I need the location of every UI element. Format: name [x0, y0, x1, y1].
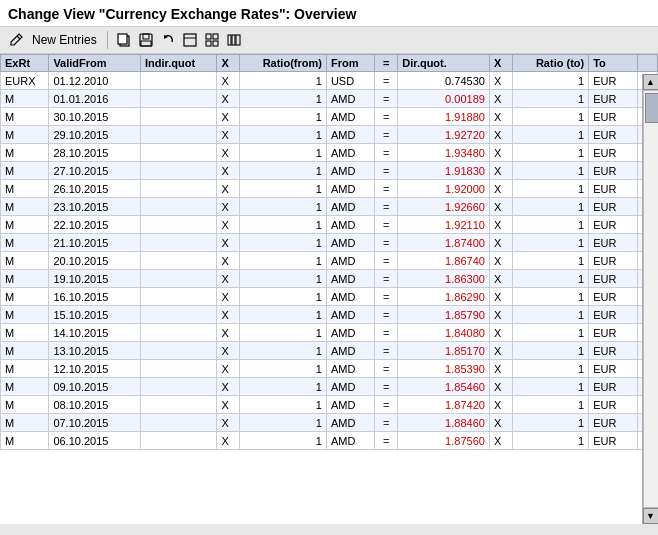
table-cell — [141, 234, 217, 252]
vertical-scrollbar[interactable]: ▲ ▼ — [642, 74, 658, 524]
table-row[interactable]: M29.10.2015X1AMD=1.92720X1EUR — [1, 126, 658, 144]
table-cell: 1 — [240, 324, 327, 342]
table-cell — [141, 306, 217, 324]
table-cell: 1 — [512, 144, 588, 162]
table-cell: AMD — [326, 360, 374, 378]
table-cell: 1.92110 — [398, 216, 490, 234]
table-cell: AMD — [326, 342, 374, 360]
table-cell: X — [217, 378, 240, 396]
table-row[interactable]: EURX01.12.2010X1USD=0.74530X1EUR — [1, 72, 658, 90]
scroll-thumb[interactable] — [645, 93, 659, 123]
pencil-edit-icon — [8, 32, 24, 48]
table-cell: AMD — [326, 270, 374, 288]
table-cell: X — [489, 90, 512, 108]
undo-icon[interactable] — [160, 32, 176, 48]
table-cell: X — [489, 414, 512, 432]
table-cell: 21.10.2015 — [49, 234, 141, 252]
table-cell: 1 — [512, 198, 588, 216]
table-row[interactable]: M22.10.2015X1AMD=1.92110X1EUR — [1, 216, 658, 234]
table-cell: 28.10.2015 — [49, 144, 141, 162]
table-row[interactable]: M01.01.2016X1AMD=0.00189X1EUR — [1, 90, 658, 108]
table-cell: EUR — [589, 90, 637, 108]
table-cell: 1 — [240, 288, 327, 306]
table-cell: AMD — [326, 414, 374, 432]
table-row[interactable]: M16.10.2015X1AMD=1.86290X1EUR — [1, 288, 658, 306]
table-cell: AMD — [326, 216, 374, 234]
table-cell: 1 — [240, 342, 327, 360]
table-row[interactable]: M23.10.2015X1AMD=1.92660X1EUR — [1, 198, 658, 216]
table-cell: 06.10.2015 — [49, 432, 141, 450]
table-row[interactable]: M06.10.2015X1AMD=1.87560X1EUR — [1, 432, 658, 450]
table-row[interactable]: M20.10.2015X1AMD=1.86740X1EUR — [1, 252, 658, 270]
col-header-exrt: ExRt — [1, 55, 49, 72]
scroll-down-button[interactable]: ▼ — [643, 508, 659, 524]
table-row[interactable]: M13.10.2015X1AMD=1.85170X1EUR — [1, 342, 658, 360]
table-cell — [141, 270, 217, 288]
table-row[interactable]: M26.10.2015X1AMD=1.92000X1EUR — [1, 180, 658, 198]
table-cell: EURX — [1, 72, 49, 90]
table-cell: M — [1, 306, 49, 324]
title-bar: Change View "Currency Exchange Rates": O… — [0, 0, 658, 27]
table-cell: X — [217, 126, 240, 144]
new-entries-button[interactable]: New Entries — [30, 32, 99, 48]
scroll-up-button[interactable]: ▲ — [643, 74, 659, 90]
table-cell: X — [217, 342, 240, 360]
table-cell: X — [489, 108, 512, 126]
col-header-x2: X — [489, 55, 512, 72]
table-cell — [141, 252, 217, 270]
scroll-track[interactable] — [643, 90, 659, 508]
table-cell: EUR — [589, 108, 637, 126]
table-row[interactable]: M07.10.2015X1AMD=1.88460X1EUR — [1, 414, 658, 432]
table-cell: M — [1, 108, 49, 126]
table-row[interactable]: M19.10.2015X1AMD=1.86300X1EUR — [1, 270, 658, 288]
table-row[interactable]: M14.10.2015X1AMD=1.84080X1EUR — [1, 324, 658, 342]
table-cell: 19.10.2015 — [49, 270, 141, 288]
table-cell: AMD — [326, 162, 374, 180]
table-cell: M — [1, 234, 49, 252]
table-cell: 1.92660 — [398, 198, 490, 216]
table-row[interactable]: M28.10.2015X1AMD=1.93480X1EUR — [1, 144, 658, 162]
svg-rect-11 — [206, 41, 211, 46]
col-header-scroll — [637, 55, 657, 72]
table-cell: 07.10.2015 — [49, 414, 141, 432]
table-cell: 1 — [512, 90, 588, 108]
copy-icon[interactable] — [116, 32, 132, 48]
grid-icon[interactable] — [204, 32, 220, 48]
table-cell: 1 — [512, 126, 588, 144]
table-cell: X — [217, 180, 240, 198]
table-row[interactable]: M30.10.2015X1AMD=1.91880X1EUR — [1, 108, 658, 126]
table-cell: 1 — [512, 360, 588, 378]
table-cell — [141, 198, 217, 216]
table-cell: = — [375, 432, 398, 450]
refresh-icon[interactable] — [182, 32, 198, 48]
table-cell: 23.10.2015 — [49, 198, 141, 216]
save-icon[interactable] — [138, 32, 154, 48]
table-row[interactable]: M09.10.2015X1AMD=1.85460X1EUR — [1, 378, 658, 396]
table-cell: X — [489, 126, 512, 144]
table-cell: EUR — [589, 414, 637, 432]
col-header-indirquot: Indir.quot — [141, 55, 217, 72]
table-cell: 15.10.2015 — [49, 306, 141, 324]
table-row[interactable]: M12.10.2015X1AMD=1.85390X1EUR — [1, 360, 658, 378]
table-cell: X — [489, 288, 512, 306]
table-cell: M — [1, 270, 49, 288]
table-cell: 1 — [512, 108, 588, 126]
table-cell: 1.87560 — [398, 432, 490, 450]
table-cell: 1 — [240, 234, 327, 252]
columns-icon[interactable] — [226, 32, 242, 48]
table-row[interactable]: M08.10.2015X1AMD=1.87420X1EUR — [1, 396, 658, 414]
table-cell: 16.10.2015 — [49, 288, 141, 306]
table-cell: AMD — [326, 198, 374, 216]
table-cell: 1 — [512, 270, 588, 288]
col-header-to: To — [589, 55, 637, 72]
table-row[interactable]: M27.10.2015X1AMD=1.91830X1EUR — [1, 162, 658, 180]
table-row[interactable]: M15.10.2015X1AMD=1.85790X1EUR — [1, 306, 658, 324]
table-cell: M — [1, 342, 49, 360]
page-title: Change View "Currency Exchange Rates": O… — [8, 6, 650, 22]
table-row[interactable]: M21.10.2015X1AMD=1.87400X1EUR — [1, 234, 658, 252]
table-cell: M — [1, 144, 49, 162]
table-cell: EUR — [589, 72, 637, 90]
table-cell: 1 — [512, 288, 588, 306]
col-header-dirquot: Dir.quot. — [398, 55, 490, 72]
table-cell: M — [1, 396, 49, 414]
